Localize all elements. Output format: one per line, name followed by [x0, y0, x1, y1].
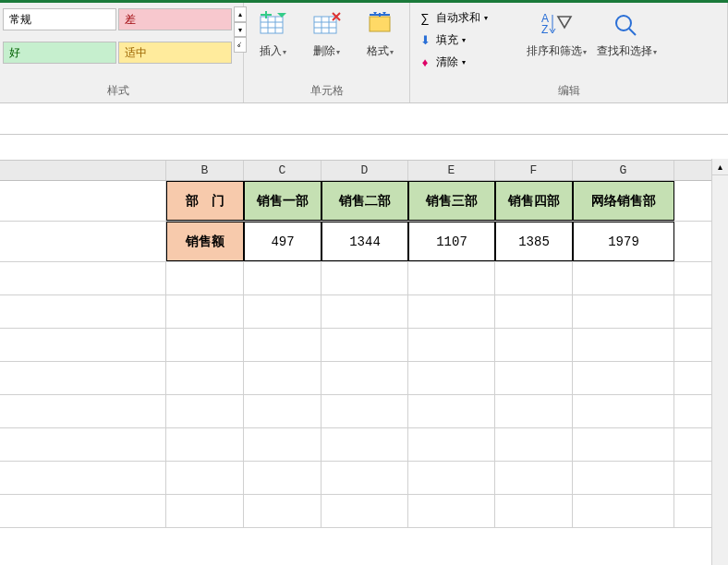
format-button[interactable]: 格式: [358, 8, 404, 59]
cell[interactable]: [322, 495, 408, 527]
sales-cell[interactable]: 1979: [573, 222, 674, 261]
clear-button[interactable]: ♦ 清除 ▾: [418, 53, 519, 71]
cell[interactable]: [0, 428, 166, 461]
cell[interactable]: [244, 395, 322, 427]
cell[interactable]: [244, 362, 322, 394]
cell[interactable]: [322, 428, 408, 461]
sales-cell[interactable]: 497: [244, 222, 322, 261]
col-header-left[interactable]: [0, 161, 166, 180]
cell[interactable]: [408, 428, 495, 461]
delete-cells-icon: [310, 8, 344, 42]
cell[interactable]: [322, 362, 408, 394]
cell[interactable]: [322, 395, 408, 427]
cell-styles-gallery[interactable]: 常规 差 好 适中 ▴ ▾ ꠷: [3, 6, 234, 73]
col-header[interactable]: E: [408, 161, 495, 180]
cell[interactable]: [166, 329, 244, 361]
cell[interactable]: [244, 428, 322, 461]
sort-filter-button[interactable]: AZ 排序和筛选: [523, 8, 589, 71]
autosum-button[interactable]: ∑ 自动求和 ▾: [418, 8, 519, 27]
cell[interactable]: [244, 262, 322, 295]
cell[interactable]: [166, 262, 244, 295]
grid[interactable]: 部 门 销售一部 销售二部 销售三部 销售四部 网络销售部 销售额 497 13…: [0, 181, 728, 528]
cell[interactable]: [573, 462, 674, 494]
delete-button[interactable]: 删除: [304, 8, 350, 59]
cell[interactable]: [495, 395, 573, 427]
dept-cell[interactable]: 网络销售部: [573, 181, 674, 221]
cell[interactable]: [0, 295, 166, 328]
cell[interactable]: [495, 295, 573, 328]
insert-button[interactable]: 插入: [250, 8, 297, 59]
clear-label: 清除: [436, 54, 458, 70]
cell[interactable]: [322, 262, 408, 295]
cell[interactable]: [0, 462, 166, 494]
cell[interactable]: [573, 495, 674, 527]
col-header[interactable]: B: [166, 161, 244, 180]
cell[interactable]: [495, 428, 573, 461]
cell[interactable]: [244, 462, 322, 494]
gallery-more-icon[interactable]: ꠷: [234, 37, 247, 53]
cell[interactable]: [573, 395, 674, 427]
sales-cell[interactable]: 1344: [322, 222, 408, 261]
col-header[interactable]: D: [322, 161, 408, 180]
cell[interactable]: [495, 495, 573, 527]
cell[interactable]: [495, 462, 573, 494]
cell[interactable]: [0, 395, 166, 427]
cell[interactable]: [0, 262, 166, 295]
cell[interactable]: [495, 262, 573, 295]
sales-cell[interactable]: 1385: [495, 222, 573, 261]
cell[interactable]: [408, 262, 495, 295]
find-select-button[interactable]: 查找和选择: [593, 8, 660, 71]
cell[interactable]: [322, 462, 408, 494]
cell[interactable]: [166, 428, 244, 461]
cell[interactable]: [408, 395, 495, 427]
sales-header-cell[interactable]: 销售额: [166, 222, 244, 261]
cell[interactable]: [0, 222, 166, 261]
col-header[interactable]: G: [573, 161, 674, 180]
cell[interactable]: [0, 181, 166, 221]
cell[interactable]: [244, 329, 322, 361]
cell[interactable]: [408, 329, 495, 361]
gallery-down-icon[interactable]: ▾: [234, 22, 247, 38]
cell[interactable]: [0, 362, 166, 394]
col-header[interactable]: C: [244, 161, 322, 180]
dept-cell[interactable]: 销售一部: [244, 181, 322, 221]
table-row: [0, 329, 728, 362]
cell[interactable]: [166, 495, 244, 527]
cell[interactable]: [573, 362, 674, 394]
dept-cell[interactable]: 销售二部: [322, 181, 408, 221]
cell[interactable]: [166, 462, 244, 494]
cell[interactable]: [495, 362, 573, 394]
cell[interactable]: [166, 395, 244, 427]
sales-cell[interactable]: 1107: [408, 222, 495, 261]
gallery-up-icon[interactable]: ▴: [234, 6, 247, 22]
style-good[interactable]: 好: [3, 42, 116, 64]
cell[interactable]: [244, 295, 322, 328]
cell[interactable]: [408, 362, 495, 394]
cell[interactable]: [166, 362, 244, 394]
cell[interactable]: [166, 295, 244, 328]
style-neutral[interactable]: 适中: [118, 42, 232, 64]
dept-cell[interactable]: 销售四部: [495, 181, 573, 221]
dept-cell[interactable]: 销售三部: [408, 181, 495, 221]
cell[interactable]: [0, 495, 166, 527]
vertical-scrollbar[interactable]: ▴: [711, 159, 728, 565]
style-bad[interactable]: 差: [118, 8, 232, 30]
cell[interactable]: [573, 428, 674, 461]
cell[interactable]: [408, 462, 495, 494]
scroll-up-icon[interactable]: ▴: [712, 159, 728, 175]
cell[interactable]: [408, 295, 495, 328]
cell[interactable]: [0, 329, 166, 361]
col-header[interactable]: F: [495, 161, 573, 180]
table-row: [0, 428, 728, 462]
cell[interactable]: [573, 262, 674, 295]
cell[interactable]: [322, 295, 408, 328]
cell[interactable]: [322, 329, 408, 361]
fill-button[interactable]: ⬇ 填充 ▾: [418, 30, 519, 49]
style-normal[interactable]: 常规: [3, 8, 116, 30]
cell[interactable]: [573, 295, 674, 328]
cell[interactable]: [495, 329, 573, 361]
cell[interactable]: [573, 329, 674, 361]
cell[interactable]: [244, 495, 322, 527]
dept-header-cell[interactable]: 部 门: [166, 181, 244, 221]
cell[interactable]: [408, 495, 495, 527]
